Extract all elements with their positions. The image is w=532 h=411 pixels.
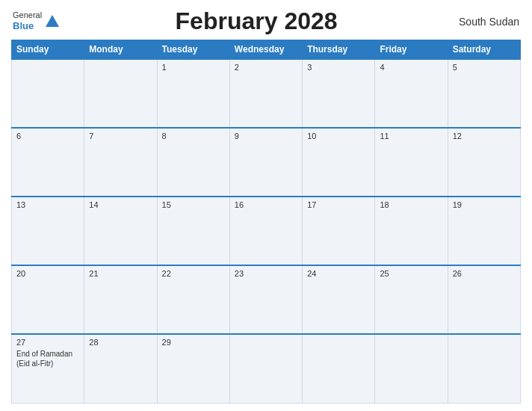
country-label: South Sudan bbox=[452, 16, 519, 28]
day-number: 3 bbox=[307, 63, 370, 72]
table-row: 17 bbox=[303, 197, 375, 265]
day-number: 21 bbox=[89, 269, 152, 278]
table-row: 22 bbox=[157, 265, 229, 334]
table-row: 3 bbox=[303, 59, 375, 128]
day-number: 2 bbox=[235, 63, 297, 72]
table-row: 21 bbox=[84, 265, 157, 334]
header-tuesday: Tuesday bbox=[157, 40, 229, 60]
day-number: 8 bbox=[162, 132, 225, 140]
day-number: 22 bbox=[162, 269, 225, 278]
table-row: 26 bbox=[448, 265, 520, 334]
table-row: 25 bbox=[375, 265, 448, 334]
calendar-week-row: 27End of Ramadan (Eid al-Fitr)2829 bbox=[12, 334, 521, 403]
table-row: 8 bbox=[157, 128, 229, 197]
day-number: 12 bbox=[453, 132, 516, 140]
table-row: 4 bbox=[375, 59, 448, 128]
table-row: 18 bbox=[375, 197, 448, 265]
table-row: 9 bbox=[229, 128, 302, 197]
day-number: 25 bbox=[380, 269, 442, 278]
calendar-wrapper: General Blue February 2028 South Sudan S… bbox=[0, 0, 532, 411]
header-thursday: Thursday bbox=[303, 40, 375, 60]
calendar-week-row: 20212223242526 bbox=[12, 265, 521, 334]
table-row: 29 bbox=[157, 334, 229, 403]
calendar-week-row: 6789101112 bbox=[12, 128, 521, 197]
logo-general-text: General bbox=[13, 10, 42, 20]
calendar-week-row: 12345 bbox=[12, 59, 521, 128]
table-row: 16 bbox=[229, 197, 302, 265]
table-row bbox=[303, 334, 375, 403]
table-row: 23 bbox=[229, 265, 302, 334]
day-number: 19 bbox=[453, 200, 516, 209]
table-row: 2 bbox=[229, 59, 302, 128]
header-friday: Friday bbox=[375, 40, 448, 60]
logo-icon bbox=[44, 13, 61, 30]
table-row bbox=[229, 334, 302, 403]
table-row: 6 bbox=[12, 128, 84, 197]
day-number: 28 bbox=[89, 338, 152, 347]
table-row bbox=[12, 59, 84, 128]
header-sunday: Sunday bbox=[12, 40, 84, 60]
table-row: 1 bbox=[157, 59, 229, 128]
day-number: 7 bbox=[89, 132, 152, 140]
day-number: 13 bbox=[16, 200, 79, 209]
table-row: 20 bbox=[12, 265, 84, 334]
table-row: 7 bbox=[84, 128, 157, 197]
table-row: 5 bbox=[448, 59, 520, 128]
logo: General Blue bbox=[13, 10, 61, 32]
day-number: 11 bbox=[380, 132, 442, 140]
table-row: 11 bbox=[375, 128, 448, 197]
table-row: 10 bbox=[303, 128, 375, 197]
table-row bbox=[375, 334, 448, 403]
day-number: 17 bbox=[307, 200, 370, 209]
day-number: 16 bbox=[235, 200, 297, 209]
day-number: 18 bbox=[380, 200, 442, 209]
day-number: 20 bbox=[16, 269, 79, 278]
day-number: 15 bbox=[162, 200, 225, 209]
day-number: 24 bbox=[307, 269, 370, 278]
calendar-title: February 2028 bbox=[61, 7, 452, 35]
day-number: 10 bbox=[307, 132, 370, 140]
header-monday: Monday bbox=[84, 40, 157, 60]
day-number: 1 bbox=[162, 63, 225, 72]
table-row: 28 bbox=[84, 334, 157, 403]
day-number: 4 bbox=[380, 63, 442, 72]
day-number: 6 bbox=[16, 132, 79, 140]
table-row bbox=[84, 59, 157, 128]
table-row bbox=[448, 334, 520, 403]
table-row: 15 bbox=[157, 197, 229, 265]
table-row: 24 bbox=[303, 265, 375, 334]
day-number: 9 bbox=[235, 132, 297, 140]
day-number: 26 bbox=[453, 269, 516, 278]
calendar-week-row: 13141516171819 bbox=[12, 197, 521, 265]
calendar-table: Sunday Monday Tuesday Wednesday Thursday… bbox=[11, 40, 521, 404]
header-wednesday: Wednesday bbox=[229, 40, 302, 60]
table-row: 13 bbox=[12, 197, 84, 265]
day-number: 27 bbox=[16, 338, 79, 347]
svg-marker-0 bbox=[46, 15, 59, 27]
logo-blue-text: Blue bbox=[13, 20, 34, 32]
weekday-header-row: Sunday Monday Tuesday Wednesday Thursday… bbox=[12, 40, 521, 60]
table-row: 19 bbox=[448, 197, 520, 265]
header: General Blue February 2028 South Sudan bbox=[11, 7, 521, 35]
day-number: 5 bbox=[453, 63, 516, 72]
day-number: 14 bbox=[89, 200, 152, 209]
table-row: 12 bbox=[448, 128, 520, 197]
table-row: 14 bbox=[84, 197, 157, 265]
day-number: 23 bbox=[235, 269, 297, 278]
header-saturday: Saturday bbox=[448, 40, 520, 60]
day-event: End of Ramadan (Eid al-Fitr) bbox=[16, 349, 79, 368]
day-number: 29 bbox=[162, 338, 225, 347]
table-row: 27End of Ramadan (Eid al-Fitr) bbox=[12, 334, 84, 403]
